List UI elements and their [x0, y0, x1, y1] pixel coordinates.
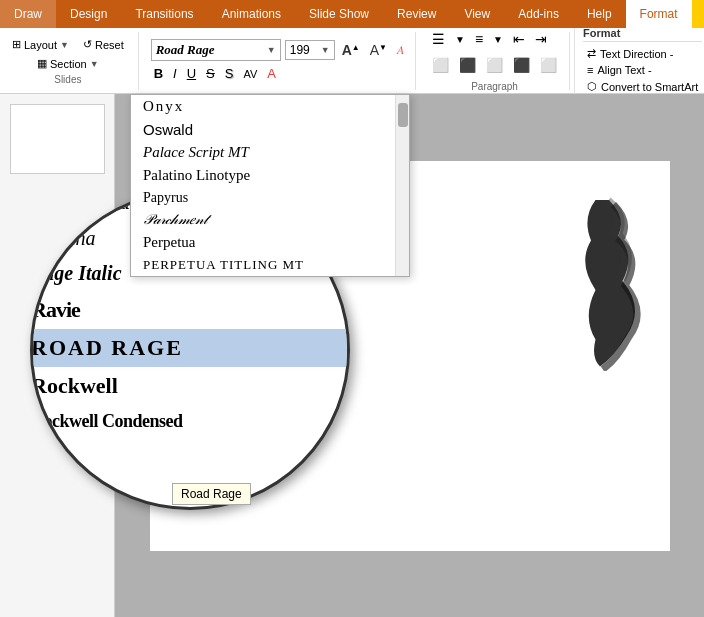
shadow-button[interactable]: S: [222, 65, 237, 82]
font-size-box: 199 ▼: [285, 40, 335, 60]
slides-buttons: ⊞ Layout ▼ ↺ Reset: [6, 36, 130, 53]
align-right-button[interactable]: ⬜: [482, 55, 507, 75]
reset-icon: ↺: [83, 38, 92, 51]
main-area: Onyx Oswald Palace Script MT Palatino Li…: [0, 94, 704, 617]
section-label: Section: [50, 58, 87, 70]
align-center-button[interactable]: ⬛: [455, 55, 480, 75]
font-name-chevron-icon: ▼: [267, 45, 276, 55]
tab-format[interactable]: Format: [626, 0, 692, 28]
smartart-icon: ⬡: [587, 80, 597, 93]
font-row2: B I U S S AV A: [151, 65, 407, 82]
tab-addins-label: Add-ins: [518, 7, 559, 21]
section-button[interactable]: ▦ Section ▼: [31, 55, 105, 72]
tab-review-label: Review: [397, 7, 436, 21]
font-size-chevron-icon: ▼: [321, 45, 330, 55]
justify-button[interactable]: ⬛: [509, 55, 534, 75]
convert-smartart-button[interactable]: ⬡ Convert to SmartArt: [583, 79, 702, 94]
font-name-dropdown[interactable]: Road Rage ▼: [151, 39, 281, 61]
font-item-oswald[interactable]: Oswald: [131, 118, 409, 141]
column-button[interactable]: ⬜: [536, 55, 561, 75]
font-color-button[interactable]: A: [264, 65, 279, 82]
scroll-thumb: [398, 103, 408, 127]
font-row1: Road Rage ▼ 199 ▼ A▲ A▼ 𝐴: [151, 39, 407, 61]
tab-design[interactable]: Design: [56, 0, 121, 28]
slides-section-label: Slides: [54, 74, 81, 85]
dropdown-scrollbar[interactable]: [395, 95, 409, 276]
magnify-item-rockwell-condensed[interactable]: Rockwell Condensed: [30, 405, 350, 438]
font-increase-button[interactable]: A▲: [339, 41, 363, 59]
bullet-dropdown-button[interactable]: ▼: [451, 29, 469, 49]
tab-transitions[interactable]: Transitions: [121, 0, 207, 28]
char-spacing-button[interactable]: AV: [240, 67, 260, 81]
tab-draw-label: Draw: [14, 7, 42, 21]
tab-slideshow[interactable]: Slide Show: [295, 0, 383, 28]
section-icon: ▦: [37, 57, 47, 70]
section-chevron-icon: ▼: [90, 59, 99, 69]
strikethrough-button[interactable]: S: [203, 65, 218, 82]
tab-review[interactable]: Review: [383, 0, 450, 28]
italic-button[interactable]: I: [170, 65, 180, 82]
font-item-onyx[interactable]: Onyx: [131, 95, 409, 118]
tab-animations[interactable]: Animations: [208, 0, 295, 28]
tab-help[interactable]: Help: [573, 0, 626, 28]
tab-animations-label: Animations: [222, 7, 281, 21]
clear-formatting-button[interactable]: 𝐴: [394, 42, 407, 58]
tab-transitions-label: Transitions: [135, 7, 193, 21]
tab-slideshow-label: Slide Show: [309, 7, 369, 21]
layout-icon: ⊞: [12, 38, 21, 51]
ribbon-tabs: Draw Design Transitions Animations Slide…: [0, 0, 704, 28]
font-section: Road Rage ▼ 199 ▼ A▲ A▼ 𝐴 B I U S S AV: [143, 32, 416, 90]
list-row1: ☰ ▼ ≡ ▼ ⇤ ⇥: [428, 29, 561, 49]
magnify-item-road-rage[interactable]: ROAD RAGE: [30, 329, 350, 367]
font-decrease-icon: A: [370, 42, 379, 58]
layout-button[interactable]: ⊞ Layout ▼: [6, 36, 75, 53]
font-item-parchment[interactable]: 𝒫𝒶𝓇𝒸𝒽𝓂𝑒𝓃𝓉: [131, 209, 409, 231]
text-direction-icon: ⇄: [587, 47, 596, 60]
format-title: Format: [583, 27, 702, 42]
tab-design-label: Design: [70, 7, 107, 21]
ribbon-toolbar: ⊞ Layout ▼ ↺ Reset ▦ Section ▼ Slides Ro…: [0, 28, 704, 94]
numbered-list-button[interactable]: ≡: [471, 29, 487, 49]
underline-button[interactable]: U: [184, 65, 199, 82]
align-text-button[interactable]: ≡ Align Text -: [583, 63, 702, 77]
font-dropdown[interactable]: Onyx Oswald Palace Script MT Palatino Li…: [130, 94, 410, 277]
brushstroke-graphic: [540, 191, 660, 371]
font-item-palace[interactable]: Palace Script MT: [131, 141, 409, 164]
font-size-value: 199: [290, 43, 310, 57]
increase-indent-button[interactable]: ⇥: [531, 29, 551, 49]
reset-button[interactable]: ↺ Reset: [77, 36, 130, 53]
layout-label: Layout: [24, 39, 57, 51]
text-direction-button[interactable]: ⇄ Text Direction -: [583, 46, 702, 61]
bullet-list-button[interactable]: ☰: [428, 29, 449, 49]
tab-help-label: Help: [587, 7, 612, 21]
layout-chevron-icon: ▼: [60, 40, 69, 50]
tab-lightbulb[interactable]: 💡 Te...: [692, 0, 704, 28]
clear-formatting-icon: 𝐴: [397, 43, 404, 57]
font-item-perpetua[interactable]: Perpetua: [131, 231, 409, 254]
align-text-icon: ≡: [587, 64, 593, 76]
tab-addins[interactable]: Add-ins: [504, 0, 573, 28]
align-row: ⬜ ⬛ ⬜ ⬛ ⬜: [428, 55, 561, 75]
paragraph-label: Paragraph: [428, 81, 561, 92]
magnify-item-rockwell[interactable]: Rockwell: [30, 367, 350, 405]
slide-thumbnail[interactable]: [10, 104, 105, 174]
font-name-text: Road Rage: [156, 42, 215, 58]
slides-section: ⊞ Layout ▼ ↺ Reset ▦ Section ▼ Slides: [6, 32, 139, 90]
bold-button[interactable]: B: [151, 65, 166, 82]
align-text-label: Align Text -: [597, 64, 651, 76]
convert-smartart-label: Convert to SmartArt: [601, 81, 698, 93]
tab-view[interactable]: View: [450, 0, 504, 28]
tab-draw[interactable]: Draw: [0, 0, 56, 28]
format-panel: Format ⇄ Text Direction - ≡ Align Text -…: [574, 28, 704, 94]
font-increase-icon: A: [342, 42, 352, 58]
font-decrease-button[interactable]: A▼: [367, 41, 390, 59]
align-left-button[interactable]: ⬜: [428, 55, 453, 75]
decrease-indent-button[interactable]: ⇤: [509, 29, 529, 49]
numbered-dropdown-button[interactable]: ▼: [489, 29, 507, 49]
magnify-item-ravie[interactable]: Ravie: [30, 291, 350, 329]
font-item-perpetua-titling[interactable]: PERPETUA TITLING MT: [131, 254, 409, 276]
font-item-palatino[interactable]: Palatino Linotype: [131, 164, 409, 187]
reset-label: Reset: [95, 39, 124, 51]
font-item-papyrus[interactable]: Papyrus: [131, 187, 409, 209]
text-direction-label: Text Direction -: [600, 48, 673, 60]
